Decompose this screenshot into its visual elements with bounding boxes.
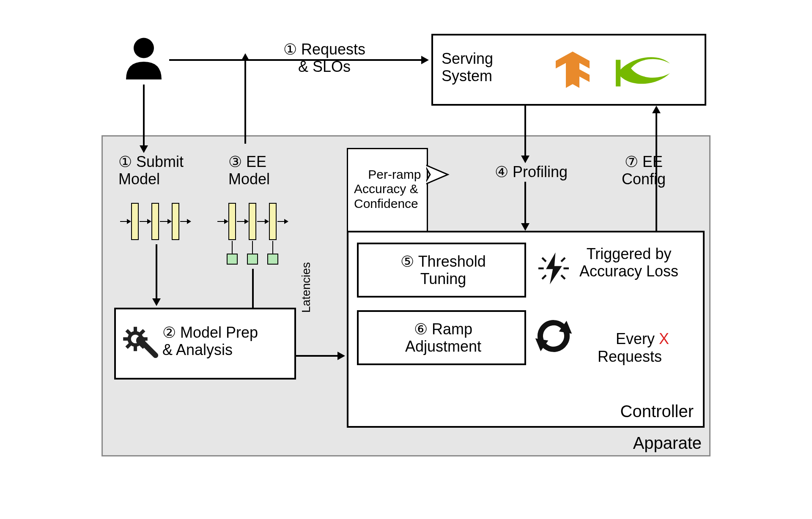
svg-line-14 bbox=[542, 275, 546, 279]
per-ramp-text: Per-ramp Accuracy & Confidence bbox=[354, 167, 421, 210]
serving-system-label: Serving System bbox=[442, 50, 493, 85]
model-prep-box: ② Model Prep & Analysis bbox=[114, 308, 296, 380]
connector bbox=[169, 59, 245, 61]
triggered-by-label: Triggered by Accuracy Loss bbox=[579, 245, 678, 280]
nvidia-icon bbox=[611, 54, 674, 92]
arrow-head bbox=[337, 352, 345, 360]
connector bbox=[524, 106, 526, 156]
controller-label: Controller bbox=[620, 402, 694, 421]
arrow-head bbox=[152, 298, 161, 306]
gear-wrench-icon bbox=[120, 324, 158, 362]
step-ee-model: ③ EE Model bbox=[228, 153, 270, 188]
arrow-head bbox=[421, 56, 429, 64]
ramp-adjustment-box: ⑥ Ramp Adjustment bbox=[357, 310, 526, 365]
step-requests-slos: ① Requests & SLOs bbox=[283, 41, 365, 76]
serving-system-box: Serving System bbox=[431, 34, 706, 106]
arrow-head bbox=[652, 106, 661, 113]
svg-marker-3 bbox=[579, 69, 590, 82]
connector bbox=[244, 59, 246, 144]
svg-marker-1 bbox=[573, 52, 590, 88]
step-submit-model: ① Submit Model bbox=[118, 153, 184, 188]
apparate-label: Apparate bbox=[633, 434, 702, 453]
connector bbox=[143, 85, 145, 148]
step-model-prep: ② Model Prep & Analysis bbox=[162, 324, 258, 359]
arrow-head bbox=[521, 156, 529, 163]
bubble-tail bbox=[424, 162, 450, 187]
controller-box: ⑤ Threshold Tuning Triggered by Accuracy… bbox=[347, 231, 705, 428]
threshold-tuning-box: ⑤ Threshold Tuning bbox=[357, 243, 526, 298]
svg-marker-2 bbox=[556, 52, 573, 88]
svg-marker-5 bbox=[424, 164, 448, 185]
step-threshold-tuning: ⑤ Threshold Tuning bbox=[369, 253, 518, 288]
every-post: Requests bbox=[598, 348, 662, 365]
svg-marker-8 bbox=[546, 252, 562, 284]
connector bbox=[524, 182, 526, 224]
svg-line-11 bbox=[542, 258, 546, 262]
arrow-head bbox=[521, 223, 529, 231]
refresh-icon bbox=[535, 317, 573, 355]
tensorflow-icon bbox=[551, 49, 594, 91]
every-x: X bbox=[659, 330, 669, 347]
svg-rect-6 bbox=[424, 164, 426, 186]
every-pre: Every bbox=[616, 330, 659, 347]
flash-icon bbox=[535, 249, 573, 287]
every-x-requests: Every X Requests bbox=[590, 313, 669, 383]
arrow-head bbox=[140, 145, 148, 153]
connector bbox=[252, 269, 254, 309]
user-icon bbox=[118, 34, 169, 85]
apparate-architecture-diagram: Apparate ① Requests & SLOs Serving Syste… bbox=[102, 34, 710, 456]
step-profiling: ④ Profiling bbox=[495, 163, 568, 180]
svg-rect-4 bbox=[616, 60, 620, 87]
connector bbox=[296, 355, 338, 357]
step-ee-config: ⑦ EE Config bbox=[622, 153, 666, 188]
svg-line-12 bbox=[561, 275, 565, 279]
connector bbox=[156, 244, 157, 299]
svg-line-13 bbox=[561, 258, 565, 262]
latencies-label: Latencies bbox=[299, 262, 313, 313]
svg-point-0 bbox=[134, 38, 154, 58]
per-ramp-bubble: Per-ramp Accuracy & Confidence bbox=[347, 148, 428, 245]
step-ramp-adjustment: ⑥ Ramp Adjustment bbox=[369, 320, 518, 355]
